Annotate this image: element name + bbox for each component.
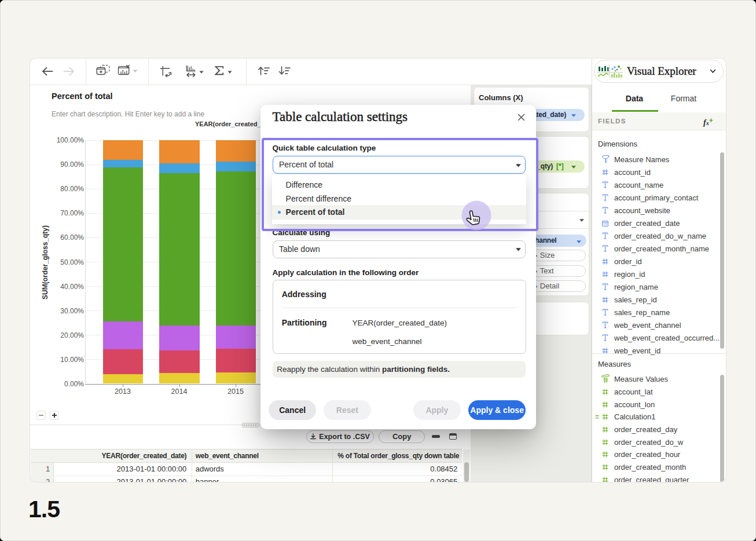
svg-text:T: T — [603, 157, 608, 164]
